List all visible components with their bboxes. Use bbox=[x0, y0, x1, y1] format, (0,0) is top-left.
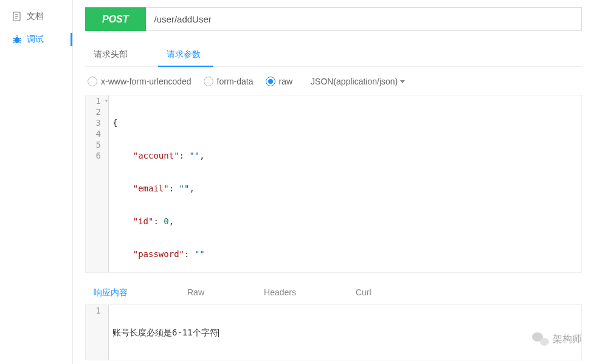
response-tabs: 响应内容 Raw Headers Curl bbox=[85, 281, 582, 305]
content-type-selector[interactable]: JSON(application/json) bbox=[311, 77, 405, 86]
url-bar: POST bbox=[85, 7, 582, 31]
radio-raw[interactable]: raw bbox=[266, 77, 293, 86]
radio-urlencoded[interactable]: x-www-form-urlencoded bbox=[88, 77, 192, 86]
radio-icon bbox=[266, 77, 275, 86]
watermark-text: 架构师 bbox=[553, 333, 582, 346]
gutter-line: 6 bbox=[86, 150, 108, 161]
gutter-line: 4 bbox=[86, 128, 108, 139]
tab-request-params[interactable]: 请求参数 bbox=[158, 43, 213, 66]
watermark: 架构师 bbox=[532, 332, 582, 346]
content-type-label: JSON(application/json) bbox=[311, 77, 398, 86]
document-icon bbox=[12, 12, 22, 21]
gutter-line: 5 bbox=[86, 139, 108, 150]
editor-code-area[interactable]: { "account": "", "email": "", "id": 0, "… bbox=[109, 95, 581, 272]
radio-formdata[interactable]: form-data bbox=[204, 77, 254, 86]
tab-response-curl[interactable]: Curl bbox=[347, 281, 380, 304]
debug-icon bbox=[12, 35, 22, 44]
radio-icon bbox=[88, 77, 97, 86]
radio-icon bbox=[204, 77, 213, 86]
editor-gutter: 1 2 3 4 5 6 bbox=[86, 95, 109, 272]
response-code-area[interactable]: 账号长度必须是6-11个字符 bbox=[109, 305, 581, 360]
radio-label: raw bbox=[279, 77, 293, 86]
response-gutter: 1 bbox=[86, 305, 109, 360]
gutter-line: 1 bbox=[86, 95, 108, 106]
radio-label: form-data bbox=[217, 77, 254, 86]
body-type-selector: x-www-form-urlencoded form-data raw JSON… bbox=[85, 77, 582, 86]
tab-response-headers[interactable]: Headers bbox=[255, 281, 305, 304]
sidebar-item-document[interactable]: 文档 bbox=[0, 5, 72, 28]
sidebar-item-debug[interactable]: 调试 bbox=[0, 28, 72, 51]
tab-response-content[interactable]: 响应内容 bbox=[85, 281, 136, 304]
wechat-icon bbox=[532, 332, 549, 346]
tab-request-headers[interactable]: 请求头部 bbox=[85, 43, 140, 66]
svg-line-11 bbox=[19, 42, 21, 43]
response-body-viewer: 1 账号长度必须是6-11个字符 bbox=[85, 305, 582, 360]
svg-line-7 bbox=[19, 38, 21, 39]
gutter-line: 2 bbox=[86, 106, 108, 117]
sidebar-item-label: 调试 bbox=[27, 34, 44, 45]
sidebar: 文档 调试 bbox=[0, 0, 73, 364]
main-panel: POST 请求头部 请求参数 x-www-form-urlencoded for… bbox=[73, 0, 594, 364]
http-method-label: POST bbox=[102, 14, 129, 25]
request-tabs: 请求头部 请求参数 bbox=[85, 43, 582, 67]
http-method-selector[interactable]: POST bbox=[85, 7, 146, 31]
gutter-line: 3 bbox=[86, 117, 108, 128]
svg-line-6 bbox=[13, 38, 15, 39]
request-body-editor[interactable]: 1 2 3 4 5 6 { "account": "", "email": ""… bbox=[85, 95, 582, 273]
svg-line-10 bbox=[13, 42, 15, 43]
cursor-icon bbox=[218, 329, 219, 337]
chevron-down-icon bbox=[400, 80, 405, 83]
sidebar-item-label: 文档 bbox=[27, 11, 44, 22]
gutter-line: 1 bbox=[86, 305, 108, 316]
radio-label: x-www-form-urlencoded bbox=[101, 77, 192, 86]
response-text: 账号长度必须是6-11个字符 bbox=[112, 328, 218, 337]
tab-response-raw[interactable]: Raw bbox=[179, 281, 213, 304]
svg-point-4 bbox=[15, 37, 19, 43]
url-input[interactable] bbox=[146, 7, 582, 31]
